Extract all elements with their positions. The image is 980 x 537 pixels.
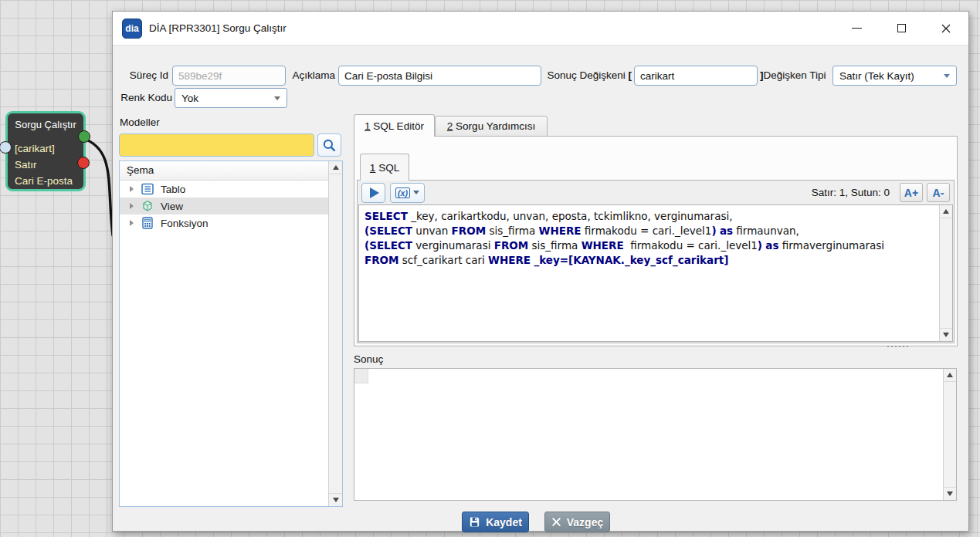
editor-toolbar: (x) Satır: 1, Sutun: 0 A+ A-	[358, 181, 954, 204]
tree-item-fonksiyon[interactable]: Fonksiyon	[120, 214, 328, 231]
result-area[interactable]	[354, 368, 957, 501]
tree-item-view[interactable]: View	[120, 198, 328, 214]
dialog-window: dia DİA [RPR3301] Sorgu Çalıştır Süreç I…	[112, 11, 969, 532]
tree-item-label: Tablo	[161, 184, 185, 195]
expander-triangle-icon[interactable]	[130, 203, 134, 209]
window-title: DİA [RPR3301] Sorgu Çalıştır	[149, 22, 287, 34]
triangle-up-icon	[943, 209, 949, 214]
result-scrollbar[interactable]	[943, 369, 956, 500]
cancel-button[interactable]: Vazgeç	[544, 512, 610, 532]
splitter-handle[interactable]	[887, 346, 908, 347]
scroll-down-button[interactable]	[940, 328, 952, 341]
result-corner-cell	[354, 369, 368, 383]
sql-code: SELECT _key, carikartkodu, unvan, eposta…	[359, 205, 939, 341]
insert-variable-button[interactable]: (x)	[390, 183, 425, 203]
dia-logo-icon: dia	[122, 19, 142, 39]
node-body: [carikart]SatırCari E-postaBilgisi	[15, 140, 76, 189]
output-port-red[interactable]	[77, 157, 90, 169]
scroll-down-button[interactable]	[329, 493, 342, 506]
tab-sql-editor[interactable]: 1 SQL Editör	[354, 114, 435, 137]
play-icon	[370, 187, 379, 198]
triangle-up-icon	[947, 373, 953, 377]
triangle-down-icon	[943, 333, 949, 337]
minimize-button[interactable]	[834, 12, 879, 45]
cursor-position-status: Satır: 1, Sutun: 0	[812, 187, 890, 198]
minimize-icon	[852, 28, 862, 29]
tab-sql[interactable]: 1 SQL	[360, 154, 409, 181]
schema-tree-items: TabloViewFonksiyon	[120, 181, 328, 506]
renk-kodu-label: Renk Kodu	[119, 88, 172, 108]
model-search-input[interactable]	[119, 133, 314, 157]
scroll-down-button[interactable]	[944, 487, 956, 500]
tree-item-label: Fonksiyon	[161, 218, 209, 229]
chevron-down-icon	[944, 74, 950, 78]
chevron-down-icon	[274, 96, 280, 100]
floppy-disk-icon	[469, 516, 480, 528]
node-editor-canvas[interactable]: Sorgu Çalıştır [carikart]SatırCari E-pos…	[0, 0, 980, 537]
triangle-down-icon	[947, 491, 953, 496]
degisken-tipi-label: ]Değişken Tipi	[760, 66, 831, 86]
run-query-button[interactable]	[361, 183, 385, 203]
function-calc-icon	[141, 217, 154, 229]
x-icon	[551, 517, 561, 527]
flow-node-sorgu-calistir[interactable]: Sorgu Çalıştır [carikart]SatırCari E-pos…	[5, 111, 86, 191]
degisken-tipi-select[interactable]: Satır (Tek Kayıt)	[832, 66, 957, 86]
close-icon	[941, 23, 951, 34]
tree-item-label: View	[161, 201, 183, 212]
renk-kodu-select[interactable]: Yok	[175, 88, 287, 108]
sonuc-degiskeni-input[interactable]	[634, 66, 758, 86]
aciklama-input[interactable]	[338, 66, 541, 86]
close-button[interactable]	[924, 12, 968, 45]
schema-tree[interactable]: Şema TabloViewFonksiyon	[119, 160, 343, 507]
sonuc-degiskeni-label: Sonuç Değişkeni [	[537, 66, 632, 86]
surec-id-input[interactable]	[172, 66, 286, 86]
tree-item-tablo[interactable]: Tablo	[120, 181, 328, 198]
sql-inner-panel: (x) Satır: 1, Sutun: 0 A+ A- SELECT _key…	[357, 180, 955, 343]
maximize-button[interactable]	[879, 12, 924, 45]
triangle-up-icon	[333, 165, 339, 170]
surec-id-label: Süreç Id	[119, 66, 168, 86]
modeller-label: Modeller	[120, 113, 160, 133]
search-button[interactable]	[317, 133, 341, 157]
table-list-icon	[141, 183, 154, 195]
node-title: Sorgu Çalıştır	[15, 119, 76, 130]
search-icon	[322, 138, 337, 153]
tree-scrollbar[interactable]	[328, 161, 342, 506]
view-cube-icon	[141, 200, 154, 212]
scroll-up-button[interactable]	[944, 369, 956, 382]
expander-triangle-icon[interactable]	[130, 186, 134, 192]
font-increase-button[interactable]: A+	[900, 183, 923, 202]
output-port-green[interactable]	[78, 130, 90, 143]
sql-scrollbar[interactable]	[939, 205, 952, 341]
font-decrease-button[interactable]: A-	[927, 183, 950, 202]
maximize-icon	[897, 24, 906, 32]
save-button[interactable]: Kaydet	[462, 512, 529, 532]
chevron-down-icon	[413, 191, 419, 194]
aciklama-label: Açıklama	[288, 66, 335, 86]
sql-code-area[interactable]: SELECT _key, carikartkodu, unvan, eposta…	[358, 204, 953, 342]
variable-icon: (x)	[395, 187, 410, 198]
scroll-up-button[interactable]	[329, 161, 342, 174]
tab-sorgu-yardimcisi[interactable]: 2 Sorgu Yardımcısı	[435, 116, 548, 137]
triangle-down-icon	[333, 498, 339, 502]
sonuc-label: Sonuç	[354, 352, 383, 367]
scroll-up-button[interactable]	[940, 205, 952, 218]
title-bar[interactable]: dia DİA [RPR3301] Sorgu Çalıştır	[113, 12, 968, 46]
tree-header: Şema	[120, 161, 328, 181]
expander-triangle-icon[interactable]	[130, 220, 134, 226]
